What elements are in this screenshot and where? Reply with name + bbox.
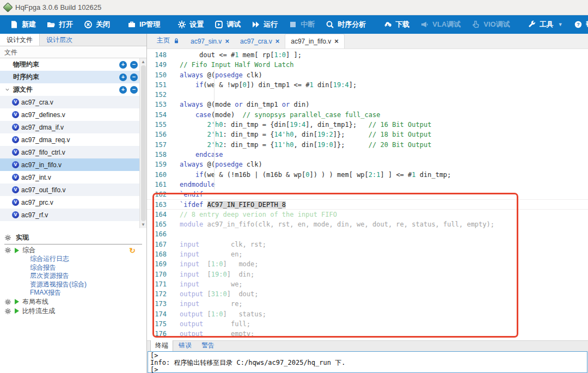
code-token: ]}; [333,131,369,138]
sidebar: 设计文件设计层次 文件 物理约束+−时序约束+−源文件+−Vac97_cra.v… [0,34,147,373]
toolbar-button-wrench[interactable]: 工具▼ [523,17,567,32]
code-token: endmodule [180,181,215,188]
line-number: 151 [147,80,167,90]
code-token: ]) ) ) mem[ wp[ [309,171,368,179]
code-token [180,131,207,138]
toolbar-button-search[interactable]: 时序分析 [321,17,370,32]
sidebar-tab-design-hierarchy[interactable]: 设计层次 [40,34,79,46]
bottom-tab-错误[interactable]: 错误 [174,340,196,351]
code-line: 158 endcase [147,150,588,160]
report-link[interactable]: FMAX报告 [0,289,146,297]
report-link[interactable]: 综合报告 [0,264,146,272]
flow-step-布局布线[interactable]: 布局布线 [0,297,146,307]
code-line: 165module ac97_in_fifo(clk, rst, en, mod… [147,219,588,229]
code-token: we; [199,280,242,288]
verilog-file-icon: V [12,111,19,118]
source-file-item[interactable]: Vac97_in_fifo.v [0,158,146,171]
line-number: 164 [147,210,167,219]
refresh-icon[interactable]: ↻ [129,246,136,255]
close-tab-icon[interactable]: × [225,37,229,45]
gear-icon [177,20,186,29]
source-file-item[interactable]: Vac97_dma_if.v [0,121,146,133]
source-file-item[interactable]: Vac97_fifo_ctrl.v [0,146,146,158]
verilog-file-icon: V [12,211,19,218]
toolbar-button-run[interactable]: 运行 [247,17,282,32]
toolbar-button-gear[interactable]: 设置 [173,17,208,32]
code-editor[interactable]: 148 dout <= #1 mem[ rp[1:0] ];149// Fifo… [147,49,588,340]
sidebar-tab-design-files[interactable]: 设计文件 [0,34,40,46]
code-token: : din_tmp = { [223,131,274,138]
code-token: ]) din_tmp1 <= # [247,81,310,89]
add-file-button[interactable]: + [119,74,127,81]
scroll-down-icon[interactable]: ▼ [141,222,145,227]
report-link[interactable]: 资源透视报告(综合) [0,280,146,289]
tree-group-row[interactable]: 时序约束+− [0,71,146,83]
run-step-icon[interactable] [15,248,19,253]
source-file-item[interactable]: Vac97_cra.v [0,96,146,108]
report-link[interactable]: 综合运行日志 [0,255,146,264]
editor-tab-ac97_sin.v[interactable]: ac97_sin.v× [185,34,235,48]
line-number: 175 [147,319,167,329]
toolbar-button-close-circle[interactable]: 关闭 [79,17,114,32]
tree-group-label: 物理约束 [4,60,116,69]
flow-step-label: 比特流生成 [22,307,55,316]
source-file-item[interactable]: Vac97_dma_req.v [0,133,146,146]
toolbar-button-open-folder[interactable]: 打开 [42,17,77,32]
source-file-item[interactable]: Vac97_int.v [0,171,146,184]
code-token: (mode) [211,111,243,119]
toolbar-button-new-file[interactable]: 新建 [5,17,40,32]
search-icon [326,20,334,29]
code-line: 150always @(posedge clk) [147,70,588,80]
source-file-item[interactable]: Vac97_defines.v [0,108,146,121]
line-number: 162 [147,189,167,199]
code-token: 1:0 [211,260,223,268]
scroll-up-icon[interactable]: ▲ [141,59,145,64]
editor-tab-主页[interactable]: 主页 [151,33,185,48]
source-file-name: ac97_cra.v [21,99,53,106]
add-file-button[interactable]: + [119,61,127,69]
tree-group-row[interactable]: 源文件+− [0,83,146,96]
tree-scrollbar[interactable]: ▲▼ [139,58,146,228]
remove-file-button[interactable]: − [130,61,138,69]
editor-tab-ac97_in_fifo.v[interactable]: ac97_in_fifo.v× [285,34,345,48]
editor-tab-ac97_cra.v[interactable]: ac97_cra.v× [235,34,285,48]
line-number: 169 [147,259,167,269]
bottom-tab-终端[interactable]: 终端 [150,340,173,351]
source-file-item[interactable]: Vac97_out_fifo.v [0,184,146,196]
close-tab-icon[interactable]: × [334,37,339,45]
source-file-name: ac97_int.v [21,174,51,181]
terminal-output[interactable]: [>Info: 程序输出转移至目录 C:/hqws/ac97_2025/hq_r… [148,351,587,373]
source-file-item[interactable]: Vac97_rf.v [0,209,146,221]
bottom-tab-警告[interactable]: 警告 [197,340,219,351]
line-number: 165 [147,219,167,229]
tree-group-row[interactable]: 物理约束+− [0,58,146,71]
window-title: HqFpga 3.0.6 Build 102625 [15,3,101,11]
scrollbar-thumb[interactable] [141,65,146,221]
code-token: re; [199,300,242,308]
toolbar-button-briefcase[interactable]: IP管理 [123,17,164,32]
flow-step-综合[interactable]: 综合↻ [0,246,146,255]
code-line: 162`endif [147,189,588,199]
code-line: 163`ifdef AC97_IN_FIFO_DEPTH_8 [147,199,588,209]
report-link[interactable]: 层次资源报告 [0,272,146,280]
toolbar-button-help[interactable]: ?帮助▼ [569,17,588,32]
close-tab-icon[interactable]: × [275,37,280,45]
add-file-button[interactable]: + [119,86,127,94]
code-token: // 16 Bit Output [369,121,432,129]
toolbar-button-debug-play[interactable]: 调试 [210,17,245,32]
debug-play-icon [215,20,223,29]
run-step-icon[interactable] [15,308,19,314]
code-token: 31:0 [211,290,227,298]
flow-step-比特流生成[interactable]: 比特流生成 [0,307,146,316]
design-file-tree: 物理约束+−时序约束+−源文件+−Vac97_cra.vVac97_define… [0,58,146,228]
verilog-file-icon: V [12,161,19,168]
verilog-file-icon: V [12,149,19,156]
code-token: if [195,171,203,179]
toolbar-button-download-cloud[interactable]: 下载 [379,17,414,32]
source-file-item[interactable]: Vac97_prc.v [0,196,146,209]
run-step-icon[interactable] [15,299,19,304]
remove-file-button[interactable]: − [130,74,138,81]
code-token: ] ]; [286,51,302,59]
remove-file-button[interactable]: − [130,86,138,94]
bottom-tabbar: 终端错误警告 [147,341,588,351]
